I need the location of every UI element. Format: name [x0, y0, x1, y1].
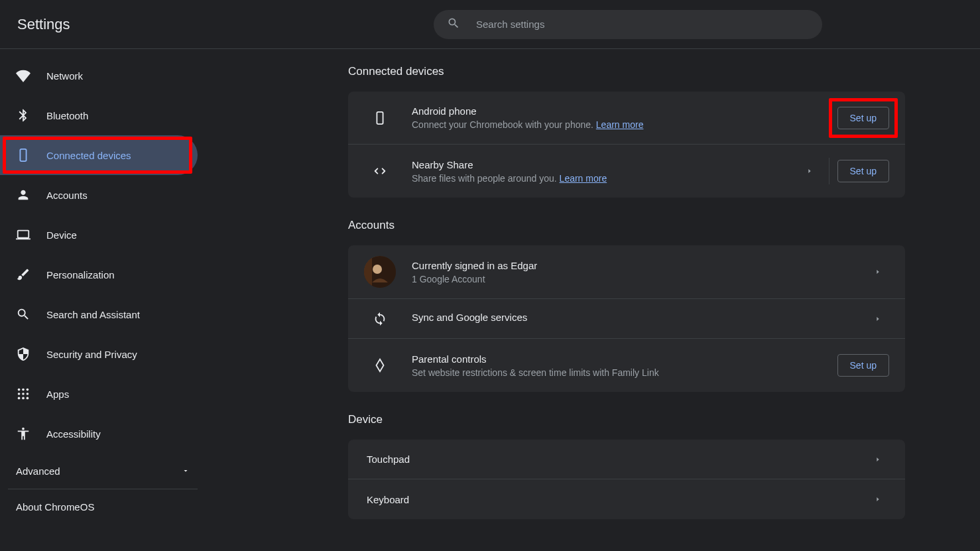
laptop-icon — [16, 227, 31, 242]
grid-icon — [16, 387, 31, 401]
svg-point-5 — [22, 393, 25, 395]
sidebar-item-apps[interactable]: Apps — [0, 374, 198, 414]
avatar — [364, 256, 396, 288]
row-subtitle: 1 Google Account — [412, 274, 867, 284]
row-title: Parental controls — [412, 353, 837, 365]
svg-point-10 — [22, 428, 25, 430]
svg-rect-11 — [377, 111, 383, 123]
chevron-right-icon[interactable] — [804, 168, 816, 174]
row-title: Keyboard — [367, 494, 409, 505]
svg-point-1 — [18, 389, 21, 391]
svg-point-7 — [18, 397, 21, 400]
chevron-right-icon — [872, 316, 884, 322]
header: Settings — [0, 0, 980, 49]
sidebar-item-accessibility[interactable]: Accessibility — [0, 414, 198, 454]
sync-row[interactable]: Sync and Google services — [348, 299, 905, 339]
svg-point-6 — [27, 393, 29, 395]
row-title: Currently signed in as Edgar — [412, 260, 867, 271]
android-phone-row: Android phone Connect your Chromebook wi… — [348, 92, 905, 145]
sidebar-item-label: Apps — [46, 389, 69, 400]
svg-point-13 — [373, 265, 382, 274]
search-container[interactable] — [434, 10, 822, 39]
svg-rect-14 — [364, 256, 372, 288]
svg-point-2 — [22, 389, 25, 391]
accessibility-icon — [16, 426, 31, 441]
chevron-right-icon — [872, 456, 884, 463]
touchpad-row[interactable]: Touchpad — [348, 440, 905, 479]
sidebar-item-label: Bluetooth — [46, 110, 88, 121]
nearby-share-icon — [364, 164, 396, 178]
chevron-right-icon — [872, 269, 884, 275]
section-title-connected: Connected devices — [348, 65, 905, 78]
set-up-button[interactable]: Set up — [837, 107, 889, 129]
sidebar-item-search-assistant[interactable]: Search and Assistant — [0, 294, 198, 334]
signed-in-row[interactable]: Currently signed in as Edgar 1 Google Ac… — [348, 245, 905, 299]
row-subtitle: Connect your Chromebook with your phone.… — [412, 119, 837, 130]
keyboard-row[interactable]: Keyboard — [348, 479, 905, 519]
connected-devices-card: Android phone Connect your Chromebook wi… — [348, 92, 905, 198]
diamond-icon — [364, 358, 396, 373]
svg-point-8 — [22, 397, 25, 400]
sidebar-item-label: Security and Privacy — [46, 349, 137, 360]
row-subtitle: Share files with people around you. Lear… — [412, 173, 798, 184]
section-title-accounts: Accounts — [348, 219, 905, 232]
svg-rect-0 — [20, 149, 26, 161]
sidebar: Network Bluetooth Connected devices Acco… — [0, 49, 206, 551]
sidebar-item-connected-devices[interactable]: Connected devices — [0, 135, 198, 175]
sidebar-item-device[interactable]: Device — [0, 215, 198, 255]
about-chromeos[interactable]: About ChromeOS — [0, 489, 206, 524]
chevron-right-icon — [872, 496, 884, 503]
sidebar-item-label: Network — [46, 70, 83, 82]
search-icon — [447, 17, 460, 32]
search-input[interactable] — [476, 19, 809, 30]
row-subtitle: Set website restrictions & screen time l… — [412, 367, 837, 378]
search-icon — [16, 307, 31, 322]
sidebar-item-network[interactable]: Network — [0, 56, 198, 95]
section-title-device: Device — [348, 413, 905, 426]
set-up-button[interactable]: Set up — [837, 160, 889, 182]
sidebar-item-security[interactable]: Security and Privacy — [0, 334, 198, 374]
svg-point-4 — [18, 393, 21, 395]
learn-more-link[interactable]: Learn more — [560, 173, 607, 184]
learn-more-link[interactable]: Learn more — [596, 119, 644, 130]
chevron-down-icon — [182, 465, 190, 477]
parental-controls-row: Parental controls Set website restrictio… — [348, 339, 905, 392]
svg-point-9 — [27, 397, 29, 400]
phone-icon — [16, 148, 31, 162]
nearby-share-row: Nearby Share Share files with people aro… — [348, 145, 905, 198]
set-up-button[interactable]: Set up — [837, 354, 889, 377]
sidebar-item-label: Accounts — [46, 190, 88, 201]
sidebar-item-label: Search and Assistant — [46, 309, 140, 320]
row-title: Touchpad — [367, 454, 410, 465]
accounts-card: Currently signed in as Edgar 1 Google Ac… — [348, 245, 905, 392]
advanced-toggle[interactable]: Advanced — [0, 454, 206, 489]
sidebar-item-bluetooth[interactable]: Bluetooth — [0, 95, 198, 135]
row-title: Android phone — [412, 105, 837, 117]
sidebar-item-label: Accessibility — [46, 428, 101, 440]
sidebar-item-label: Connected devices — [46, 150, 131, 161]
bluetooth-icon — [16, 108, 31, 123]
row-title: Sync and Google services — [412, 312, 867, 323]
row-title: Nearby Share — [412, 159, 798, 170]
person-icon — [16, 188, 31, 202]
brush-icon — [16, 267, 31, 282]
sidebar-item-label: Device — [46, 229, 77, 241]
about-label: About ChromeOS — [16, 501, 94, 513]
phone-icon — [364, 111, 396, 125]
advanced-label: Advanced — [16, 465, 60, 477]
main-content: Connected devices Android phone Connect … — [206, 49, 980, 551]
wifi-icon — [16, 68, 31, 83]
svg-point-3 — [27, 389, 29, 391]
sidebar-item-accounts[interactable]: Accounts — [0, 175, 198, 215]
sidebar-item-personalization[interactable]: Personalization — [0, 255, 198, 294]
device-card: Touchpad Keyboard — [348, 440, 905, 519]
sidebar-item-label: Personalization — [46, 269, 115, 280]
page-title: Settings — [17, 16, 70, 33]
highlight-box — [829, 98, 898, 138]
shield-icon — [16, 347, 31, 361]
divider — [829, 158, 829, 184]
sync-icon — [364, 312, 396, 326]
